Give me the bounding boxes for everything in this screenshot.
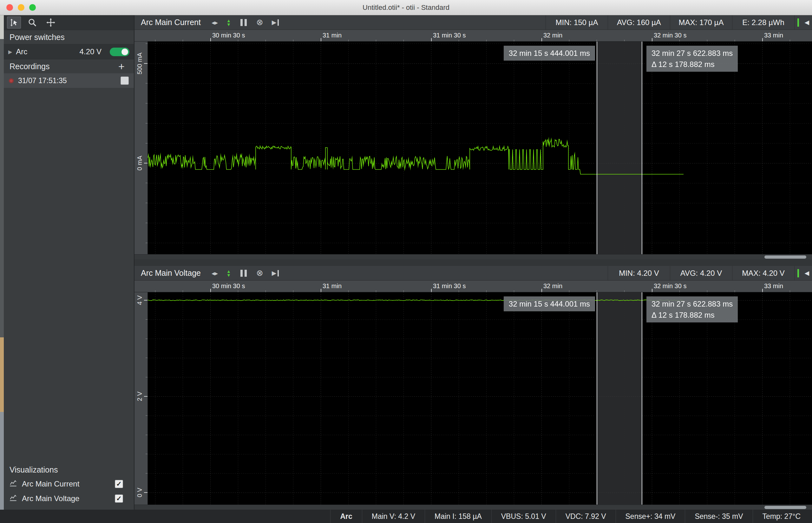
autoscale-vertical-icon[interactable]: ▲▼ [226,19,231,26]
y-tick-minor [146,339,148,339]
time-tick-minor [624,40,625,41]
voltage-trace-canvas [148,292,812,505]
time-tick [431,289,432,292]
status-main-voltage: Main V: 4.2 V [362,510,425,523]
time-tick [542,289,542,292]
power-switch-arc-row[interactable]: ▶ Arc 4.20 V [4,44,134,59]
desktop-edge-segment [0,337,4,412]
y-tick-minor [146,358,148,358]
y-tick [144,300,148,301]
time-tick-minor [624,290,625,292]
recording-item[interactable]: 31/07 17:51:35 [4,73,134,88]
time-tick-minor [293,40,294,41]
time-tick-minor [155,40,155,41]
desktop-edge-segment [0,15,4,39]
panel-toolbar: ◂▸ ▲▼ ⊗ ▶ [211,268,279,278]
follow-icon[interactable]: ▶ [272,269,279,277]
status-vbus: VBUS: 5.01 V [491,510,556,523]
follow-icon[interactable]: ▶ [272,19,279,26]
time-tick [762,38,763,41]
pan-horizontal-icon[interactable]: ◂▸ [211,19,218,26]
minimize-window-button[interactable] [18,4,24,11]
collapse-right-arrow-icon[interactable]: ◀ [805,269,809,277]
time-tick-minor [569,290,569,292]
split-view-icon[interactable] [240,19,248,26]
time-tick-minor [265,40,266,41]
y-tick-minor [146,83,148,84]
time-tick [210,289,211,292]
autoscale-vertical-icon[interactable]: ▲▼ [226,269,231,277]
time-tick-minor [183,290,183,292]
time-tick-minor [376,290,376,292]
recordings-label: Recordings [10,62,50,71]
time-tick-label: 31 min [323,32,342,39]
split-view-icon[interactable] [240,270,248,277]
titlebar: Untitled.otii* - otii - Standard [0,0,812,15]
recording-visibility-checkbox[interactable] [120,76,129,85]
sidebar: Power switches ▶ Arc 4.20 V Recordings +… [4,15,134,510]
desktop-edge-segment [0,39,4,337]
panel-arc-main-current: Arc Main Current ◂▸ ▲▼ ⊗ ▶ MIN: 150 µA A… [134,15,812,259]
horizontal-scrollbar[interactable] [134,254,812,259]
arc-power-toggle[interactable] [110,48,129,56]
time-axis: 30 min 30 s31 min31 min 30 s32 min32 min… [134,281,812,292]
status-sense-minus: Sense-: 35 mV [685,510,752,523]
scrollbar-handle[interactable] [764,255,806,259]
add-recording-button[interactable]: + [115,60,128,73]
collapse-right-arrow-icon[interactable]: ◀ [805,19,809,26]
power-switches-header: Power switches [4,30,134,44]
time-tick-minor [514,290,514,292]
y-tick-minor [146,203,148,203]
pan-tool-icon[interactable] [44,17,58,29]
time-tick-minor [486,40,487,41]
y-tick [144,63,148,64]
disclosure-arrow-icon[interactable]: ▶ [8,49,12,55]
cursor-delta: Δ 12 s 178.882 ms [652,59,733,70]
time-tick-minor [348,40,348,41]
cursor-line-2[interactable] [642,41,642,254]
recording-timestamp: 31/07 17:51:35 [18,76,67,85]
zoom-window-button[interactable] [29,4,36,11]
panel-header: Arc Main Voltage ◂▸ ▲▼ ⊗ ▶ MIN: 4.20 V A… [134,266,812,281]
time-tick [321,38,321,41]
visualization-item-voltage[interactable]: Arc Main Voltage [4,491,134,506]
cursor2-label: 32 min 27 s 622.883 ms Δ 12 s 178.882 ms [646,46,738,72]
scrollbar-handle[interactable] [764,506,806,509]
cursor-line-2[interactable] [642,292,642,505]
visualization-checkbox[interactable] [115,494,123,503]
cursor-line-1[interactable] [597,41,597,254]
y-axis-label: 0 mA [136,156,144,171]
y-axis-label: 4 V [136,295,144,305]
time-tick-minor [790,40,790,41]
y-tick-minor [146,103,148,104]
visualization-checkbox[interactable] [115,480,123,488]
pan-horizontal-icon[interactable]: ◂▸ [211,269,218,277]
time-tick [321,289,321,292]
time-tick-label: 30 min 30 s [212,283,245,290]
clear-icon[interactable]: ⊗ [256,268,263,278]
time-tick-minor [514,40,514,41]
y-tick-minor [146,223,148,223]
y-tick [144,492,148,493]
selection-tool-icon[interactable] [7,17,21,29]
horizontal-scrollbar[interactable] [134,505,812,510]
clear-icon[interactable]: ⊗ [256,17,263,27]
cursor2-time: 32 min 27 s 622.883 ms [652,298,733,309]
status-main-current: Main I: 158 µA [425,510,491,523]
y-tick [144,163,148,163]
cursor-line-1[interactable] [597,292,597,505]
close-window-button[interactable] [6,4,13,11]
cursor1-label: 32 min 15 s 444.001 ms [504,296,595,311]
status-temperature: Temp: 27°C [753,510,812,523]
time-tick-minor [707,290,707,292]
desktop-edge-segment [0,412,4,523]
panel-title: Arc Main Current [134,18,201,27]
plot-area-voltage[interactable]: 32 min 15 s 444.001 ms 32 min 27 s 622.8… [148,292,812,505]
visualization-item-current[interactable]: Arc Main Current [4,477,134,491]
zoom-tool-icon[interactable] [25,17,39,29]
time-tick [652,289,653,292]
plot-area-current[interactable]: 32 min 15 s 444.001 ms 32 min 27 s 622.8… [148,41,812,254]
time-tick-minor [735,40,735,41]
status-vdc: VDC: 7.92 V [556,510,616,523]
time-tick-minor [597,40,597,41]
